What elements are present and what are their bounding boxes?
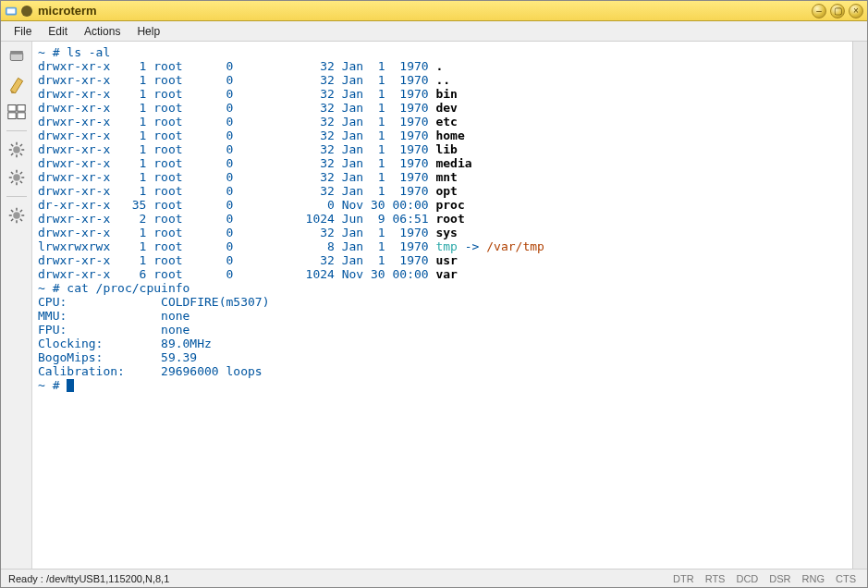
terminal-area[interactable]: ~ # ls -al drwxr-xr-x 1 root 0 32 Jan 1 … bbox=[32, 42, 867, 569]
svg-line-31 bbox=[11, 210, 13, 212]
window-title: microterm bbox=[38, 4, 808, 18]
config-button-3[interactable] bbox=[5, 204, 29, 227]
scrollbar[interactable] bbox=[852, 42, 867, 569]
svg-line-32 bbox=[19, 219, 21, 221]
signal-dsr: DSR bbox=[769, 573, 790, 584]
macros-button[interactable] bbox=[5, 101, 29, 123]
minimize-button[interactable]: – bbox=[812, 4, 826, 18]
svg-line-24 bbox=[11, 181, 13, 183]
signal-rng: RNG bbox=[802, 573, 825, 584]
signal-cts: CTS bbox=[836, 573, 856, 584]
svg-line-23 bbox=[19, 181, 21, 183]
svg-line-16 bbox=[19, 144, 21, 146]
clear-button[interactable] bbox=[5, 73, 29, 95]
window: microterm – ▢ × File Edit Actions Help bbox=[0, 0, 868, 588]
menu-edit[interactable]: Edit bbox=[41, 23, 75, 40]
terminal-output[interactable]: ~ # ls -al drwxr-xr-x 1 root 0 32 Jan 1 … bbox=[32, 42, 852, 569]
menu-actions[interactable]: Actions bbox=[77, 23, 128, 40]
svg-rect-5 bbox=[17, 105, 24, 112]
svg-point-17 bbox=[13, 174, 20, 181]
menubar: File Edit Actions Help bbox=[1, 21, 867, 42]
svg-rect-3 bbox=[10, 51, 23, 55]
config-button-1[interactable] bbox=[5, 139, 29, 161]
menu-file[interactable]: File bbox=[6, 23, 39, 40]
svg-line-14 bbox=[19, 153, 21, 155]
maximize-button[interactable]: ▢ bbox=[830, 4, 845, 18]
svg-line-25 bbox=[19, 172, 21, 174]
signal-dtr: DTR bbox=[673, 573, 694, 584]
menu-help[interactable]: Help bbox=[129, 23, 167, 40]
svg-line-15 bbox=[11, 153, 13, 155]
svg-rect-1 bbox=[7, 8, 16, 13]
svg-point-8 bbox=[13, 146, 20, 153]
status-signals: DTR RTS DCD DSR RNG CTS bbox=[673, 573, 860, 584]
svg-point-26 bbox=[13, 212, 20, 219]
svg-rect-6 bbox=[7, 113, 15, 119]
svg-line-22 bbox=[11, 172, 13, 174]
toolbar-separator bbox=[6, 130, 27, 131]
app-icon bbox=[5, 5, 18, 18]
svg-line-33 bbox=[11, 219, 13, 221]
status-connection: Ready : /dev/ttyUSB1,115200,N,8,1 bbox=[8, 573, 169, 584]
send-file-button[interactable] bbox=[5, 45, 29, 67]
statusbar: Ready : /dev/ttyUSB1,115200,N,8,1 DTR RT… bbox=[1, 569, 867, 587]
svg-rect-7 bbox=[17, 113, 24, 119]
pin-icon[interactable] bbox=[21, 6, 32, 17]
config-button-2[interactable] bbox=[5, 166, 29, 189]
svg-line-13 bbox=[11, 144, 13, 146]
toolbar bbox=[1, 42, 32, 569]
svg-rect-4 bbox=[7, 105, 15, 112]
body-area: ~ # ls -al drwxr-xr-x 1 root 0 32 Jan 1 … bbox=[1, 42, 867, 569]
signal-rts: RTS bbox=[705, 573, 726, 584]
titlebar[interactable]: microterm – ▢ × bbox=[1, 1, 867, 21]
close-button[interactable]: × bbox=[849, 4, 863, 18]
toolbar-separator bbox=[6, 196, 27, 197]
signal-dcd: DCD bbox=[736, 573, 758, 584]
svg-line-34 bbox=[19, 210, 21, 212]
